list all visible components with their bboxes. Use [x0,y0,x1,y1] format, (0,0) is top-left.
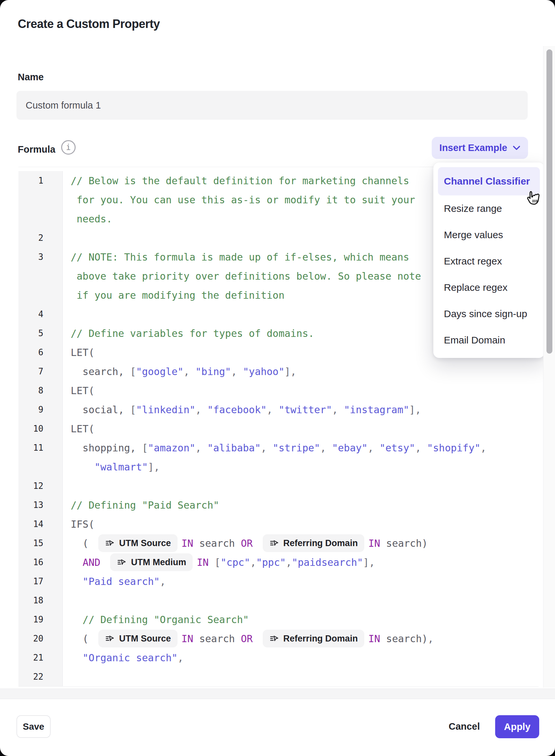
name-input[interactable] [16,91,528,120]
property-pill[interactable]: UTM Source [98,630,177,647]
insert-example-label: Insert Example [439,143,507,153]
code-line: 11 shopping, ["amazon", "alibaba", "stri… [18,438,539,457]
property-icon [105,538,115,548]
code-text[interactable]: search, ["google", "bing", "yahoo"], [63,362,539,381]
line-number [18,267,63,285]
line-number: 8 [18,381,63,400]
property-pill[interactable]: Referring Domain [263,534,365,552]
cancel-button[interactable]: Cancel [444,715,484,738]
line-number: 2 [18,228,63,247]
code-text[interactable] [63,476,539,495]
code-text[interactable]: shopping, ["amazon", "alibaba", "stripe"… [63,438,539,457]
line-number: 16 [18,553,63,572]
property-pill-label: Referring Domain [284,538,358,548]
line-number: 20 [18,629,63,648]
code-line: 9 social, ["linkedin", "facebook", "twit… [18,400,539,419]
line-number: 6 [18,343,63,362]
code-line: 22 [18,667,539,686]
create-custom-property-modal: Create a Custom Property Name Formula i … [0,0,555,756]
property-icon [105,634,115,643]
line-number [18,285,63,305]
menu-item-email-domain[interactable]: Email Domain [438,327,540,353]
code-text[interactable]: social, ["linkedin", "facebook", "twitte… [63,400,539,419]
line-number: 5 [18,324,63,343]
code-line: 10LET( [18,419,539,438]
modal-scrollbar[interactable] [543,46,555,687]
property-pill-label: UTM Source [119,634,171,644]
code-line: 12 [18,476,539,495]
line-number: 1 [18,171,63,190]
chevron-down-icon [513,146,520,150]
line-number: 19 [18,610,63,629]
code-line: 18 [18,591,539,610]
page-title: Create a Custom Property [18,17,160,31]
property-pill-label: UTM Source [119,538,171,548]
formula-label: Formula [18,144,55,155]
insert-example-button[interactable]: Insert Example [432,137,528,159]
line-number: 17 [18,572,63,591]
menu-item-extract-regex[interactable]: Extract regex [438,248,540,274]
name-label: Name [18,72,44,83]
code-text[interactable]: LET( [63,419,539,438]
line-number: 10 [18,419,63,438]
code-line: 13// Defining "Paid Search" [18,495,539,515]
footer-divider [0,688,555,699]
code-text[interactable] [63,591,539,610]
code-line: "walmart"], [18,457,539,476]
code-line: 14IFS( [18,515,539,533]
line-number [18,209,63,228]
code-text[interactable] [63,667,539,686]
property-icon [117,557,127,567]
code-line: 20 ( UTM SourceIN search OR Referring Do… [18,629,539,648]
code-line: 21 "Organic search", [18,648,539,667]
code-line: 7 search, ["google", "bing", "yahoo"], [18,362,539,381]
property-pill[interactable]: UTM Medium [110,553,193,571]
code-text[interactable]: "walmart"], [63,457,539,476]
code-text[interactable]: LET( [63,381,539,400]
code-line: 17 "Paid search", [18,572,539,591]
property-icon [269,538,279,548]
property-pill[interactable]: UTM Source [98,534,177,552]
menu-item-replace-regex[interactable]: Replace regex [438,274,540,301]
code-line: 19 // Defining "Organic Search" [18,610,539,629]
code-text[interactable]: ( UTM SourceIN search OR Referring Domai… [63,629,539,648]
code-text[interactable]: // Defining "Paid Search" [63,495,539,515]
line-number: 22 [18,667,63,686]
line-number: 12 [18,476,63,495]
line-number: 3 [18,247,63,267]
menu-item-merge-values[interactable]: Merge values [438,222,540,248]
line-number [18,190,63,209]
line-number: 9 [18,400,63,419]
line-number: 13 [18,495,63,515]
line-number: 15 [18,533,63,553]
code-text[interactable]: // Defining "Organic Search" [63,610,539,629]
code-line: 8LET( [18,381,539,400]
info-circle-icon[interactable]: i [61,140,76,155]
code-text[interactable]: IFS( [63,515,539,533]
property-icon [269,634,279,643]
line-number: 11 [18,438,63,457]
line-number: 14 [18,515,63,533]
property-pill-label: UTM Medium [131,557,186,567]
property-pill-label: Referring Domain [284,634,358,644]
code-text[interactable]: AND UTM MediumIN ["cpc","ppc","paidsearc… [63,553,539,572]
hand-cursor-icon [523,189,542,208]
scrollbar-thumb[interactable] [547,49,552,354]
code-text[interactable]: "Organic search", [63,648,539,667]
save-button[interactable]: Save [16,715,51,738]
line-number: 21 [18,648,63,667]
line-number [18,457,63,476]
code-line: 15 ( UTM SourceIN search OR Referring Do… [18,533,539,553]
property-pill[interactable]: Referring Domain [263,630,365,647]
line-number: 7 [18,362,63,381]
line-number: 18 [18,591,63,610]
line-number: 4 [18,305,63,324]
code-text[interactable]: ( UTM SourceIN search OR Referring Domai… [63,533,539,553]
code-text[interactable]: "Paid search", [63,572,539,591]
apply-button[interactable]: Apply [495,715,539,738]
menu-item-days-since-sign-up[interactable]: Days since sign-up [438,301,540,327]
code-line: 16 AND UTM MediumIN ["cpc","ppc","paidse… [18,553,539,572]
